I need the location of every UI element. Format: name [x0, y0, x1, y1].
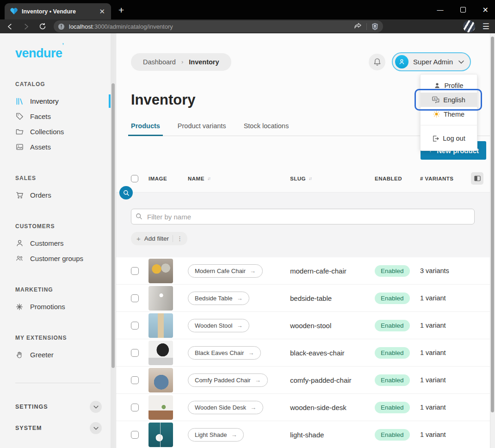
browser-tab[interactable]: Inventory • Vendure ✕: [5, 3, 111, 19]
divider: [366, 23, 367, 30]
sidebar-item-greeter[interactable]: Greeter: [0, 347, 116, 362]
tab-products[interactable]: Products: [131, 122, 160, 136]
search-icon: [123, 190, 130, 196]
add-filter-button[interactable]: + Add filter ⋮: [131, 232, 187, 245]
sidebar-item-collections[interactable]: Collections: [0, 124, 116, 139]
site-info-icon[interactable]: [58, 23, 65, 30]
maximize-button[interactable]: [460, 7, 466, 12]
sort-icon[interactable]: ↓↑: [207, 176, 210, 181]
hand-icon: [16, 351, 24, 359]
chevron-down-icon[interactable]: [90, 401, 102, 413]
row-checkbox[interactable]: [131, 431, 139, 439]
product-name-chip[interactable]: Bedside Table→: [188, 292, 249, 305]
column-header-slug[interactable]: SLUG↓↑: [290, 176, 375, 181]
arrow-right-icon: →: [250, 268, 256, 274]
product-name-chip[interactable]: Wooden Side Desk→: [188, 401, 263, 414]
table-row[interactable]: Wooden Side Desk→ wooden-side-desk Enabl…: [116, 394, 495, 421]
tab-product-variants[interactable]: Product variants: [178, 122, 226, 136]
product-slug: modern-cafe-chair: [290, 267, 375, 275]
product-thumbnail[interactable]: [148, 259, 173, 283]
table-row[interactable]: Modern Cafe Chair→ modern-cafe-chair Ena…: [116, 257, 495, 285]
product-name-chip[interactable]: Wooden Stool→: [188, 319, 249, 332]
brave-shield-icon[interactable]: [371, 23, 378, 31]
column-settings-button[interactable]: [471, 172, 483, 185]
sort-icon[interactable]: ↓↑: [309, 176, 311, 181]
arrow-right-icon: →: [250, 404, 256, 411]
row-checkbox[interactable]: [131, 404, 139, 411]
column-header-name[interactable]: NAME↓↑: [188, 176, 290, 181]
product-name-chip[interactable]: Modern Cafe Chair→: [188, 264, 263, 278]
user-dropdown-menu: Profile A English Theme Log out: [420, 74, 477, 151]
sidebar-item-assets[interactable]: Assets: [0, 139, 116, 155]
arrow-right-icon: →: [231, 431, 237, 438]
person-icon: [434, 82, 440, 89]
menu-item-logout[interactable]: Log out: [421, 129, 477, 148]
product-name-chip[interactable]: Black Eaves Chair→: [188, 346, 261, 360]
reload-icon[interactable]: [39, 23, 46, 30]
tab-stock-locations[interactable]: Stock locations: [244, 122, 289, 136]
main-scrollbar-track[interactable]: [490, 33, 495, 448]
share-icon[interactable]: [354, 23, 362, 30]
library-icon: [16, 97, 24, 106]
product-slug: bedside-table: [290, 294, 375, 302]
breadcrumb-dashboard[interactable]: Dashboard: [143, 58, 176, 66]
sun-icon: [433, 111, 440, 118]
variant-count: 1 variant: [420, 431, 470, 438]
product-slug: wooden-side-desk: [290, 404, 375, 411]
favicon-heart-icon: [10, 8, 18, 15]
search-toggle-button[interactable]: [119, 186, 133, 199]
product-name-chip[interactable]: Light Shade→: [188, 428, 244, 442]
product-thumbnail[interactable]: [148, 341, 173, 365]
menu-item-profile[interactable]: Profile: [421, 78, 477, 93]
menu-item-language[interactable]: A English: [421, 93, 477, 107]
forward-icon[interactable]: [23, 23, 30, 30]
row-checkbox[interactable]: [131, 294, 139, 302]
kebab-menu-icon[interactable]: ⋮: [173, 235, 183, 242]
sidebar-item-inventory[interactable]: Inventory: [0, 93, 116, 109]
section-header-catalog: CATALOG: [0, 81, 116, 93]
table-header: IMAGE NAME↓↑ SLUG↓↑ ENABLED # VARIANTS: [116, 165, 495, 192]
sidebar-item-customer-groups[interactable]: Customer groups: [0, 251, 116, 266]
select-all-checkbox[interactable]: [131, 175, 138, 182]
menu-item-theme[interactable]: Theme: [421, 107, 477, 121]
new-tab-button[interactable]: +: [118, 5, 124, 16]
table-row[interactable]: Wooden Stool→ wooden-stool Enabled 1 var…: [116, 312, 495, 339]
sidebar-item-facets[interactable]: Facets: [0, 109, 116, 124]
table-row[interactable]: Black Eaves Chair→ black-eaves-chair Ena…: [116, 339, 495, 367]
table-row[interactable]: Bedside Table→ bedside-table Enabled 1 v…: [116, 285, 495, 312]
chevron-down-icon[interactable]: [90, 422, 102, 434]
close-button[interactable]: ✕: [483, 6, 489, 14]
product-thumbnail[interactable]: [148, 423, 173, 447]
user-menu-button[interactable]: Super Admin: [392, 52, 471, 71]
product-name-chip[interactable]: Comfy Padded Chair→: [188, 373, 268, 387]
filter-by-name-input[interactable]: [131, 209, 475, 224]
variant-count: 1 variant: [420, 404, 470, 411]
sidebar-item-customers[interactable]: Customers: [0, 236, 116, 251]
browser-menu-icon[interactable]: ☰: [483, 25, 489, 28]
main-scrollbar-thumb[interactable]: [491, 37, 494, 412]
row-checkbox[interactable]: [131, 376, 139, 384]
filter-section: + Add filter ⋮: [116, 192, 495, 257]
product-thumbnail[interactable]: [148, 395, 173, 420]
table-row[interactable]: Comfy Padded Chair→ comfy-padded-chair E…: [116, 367, 495, 394]
breadcrumb-separator-icon: ›: [181, 58, 183, 65]
row-checkbox[interactable]: [131, 349, 139, 357]
product-thumbnail[interactable]: [148, 286, 173, 311]
sidebar-item-orders[interactable]: Orders: [0, 187, 116, 203]
row-checkbox[interactable]: [131, 267, 139, 275]
sidebar-item-settings[interactable]: SETTINGS: [0, 396, 116, 417]
row-checkbox[interactable]: [131, 322, 139, 330]
table-row[interactable]: Light Shade→ light-shade Enabled 1 varia…: [116, 421, 495, 448]
product-thumbnail[interactable]: [148, 368, 173, 392]
sidebar-item-system[interactable]: SYSTEM: [0, 417, 116, 439]
product-thumbnail[interactable]: [148, 313, 173, 338]
minimize-button[interactable]: —: [437, 6, 444, 13]
tab-close-icon[interactable]: ✕: [98, 7, 106, 16]
back-icon[interactable]: [6, 23, 13, 30]
notifications-button[interactable]: [369, 54, 385, 70]
breadcrumb[interactable]: Dashboard › Inventory: [131, 53, 231, 71]
sidebar-scrollbar-thumb[interactable]: [111, 83, 115, 368]
sidebar-item-promotions[interactable]: Promotions: [0, 299, 116, 314]
browser-profile-avatar[interactable]: [463, 20, 475, 32]
url-bar[interactable]: localhost:3000/admin/catalog/inventory: [54, 20, 383, 32]
